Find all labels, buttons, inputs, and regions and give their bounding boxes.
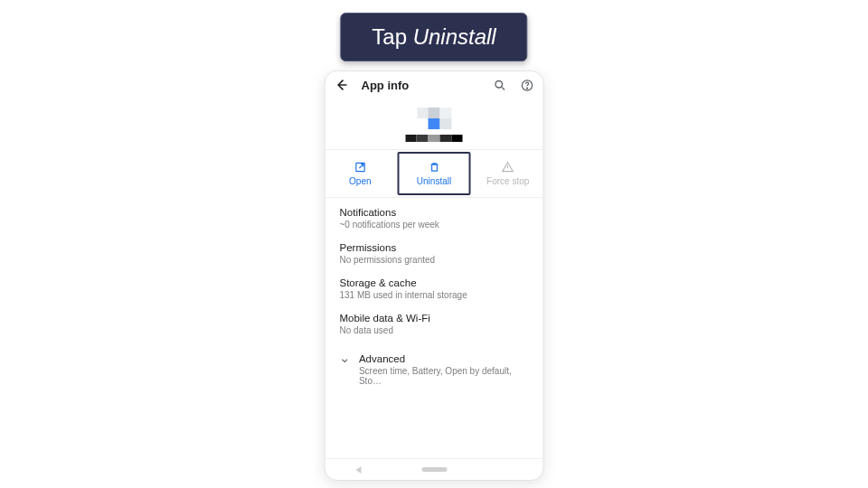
- search-icon[interactable]: [493, 78, 507, 92]
- android-nav-bar: [326, 458, 543, 480]
- app-icon: [417, 108, 451, 129]
- nav-back-icon[interactable]: [355, 466, 361, 474]
- svg-point-2: [526, 88, 527, 89]
- storage-title: Storage & cache: [340, 277, 529, 288]
- instruction-banner: Tap Uninstall: [340, 13, 527, 61]
- advanced-title: Advanced: [359, 353, 529, 364]
- data-title: Mobile data & Wi-Fi: [340, 313, 529, 324]
- setting-storage[interactable]: Storage & cache 131 MB used in internal …: [340, 277, 529, 300]
- data-sub: No data used: [340, 325, 529, 335]
- force-stop-label: Force stop: [486, 176, 529, 186]
- setting-advanced[interactable]: Advanced Screen time, Battery, Open by d…: [340, 348, 529, 386]
- actions-row: Open Uninstall Force stop: [326, 149, 543, 198]
- page-title: App info: [362, 79, 410, 92]
- settings-list: Notifications ~0 notifications per week …: [326, 198, 543, 386]
- storage-sub: 131 MB used in internal storage: [340, 290, 529, 300]
- instruction-target: Uninstall: [413, 24, 496, 49]
- app-header: [326, 99, 543, 149]
- setting-notifications[interactable]: Notifications ~0 notifications per week: [340, 207, 529, 230]
- svg-point-0: [495, 80, 503, 88]
- uninstall-label: Uninstall: [417, 176, 451, 186]
- setting-data[interactable]: Mobile data & Wi-Fi No data used: [340, 313, 529, 335]
- setting-permissions[interactable]: Permissions No permissions granted: [340, 242, 529, 265]
- force-stop-button: Force stop: [473, 150, 543, 197]
- advanced-sub: Screen time, Battery, Open by default, S…: [359, 366, 529, 386]
- back-arrow-icon[interactable]: [335, 78, 349, 92]
- app-name-redacted: [405, 135, 463, 142]
- uninstall-button[interactable]: Uninstall: [397, 152, 471, 195]
- permissions-title: Permissions: [340, 242, 529, 253]
- help-icon[interactable]: [520, 78, 534, 92]
- notifications-title: Notifications: [340, 207, 529, 218]
- permissions-sub: No permissions granted: [340, 255, 529, 265]
- phone-frame: App info Open Uninstall Force stop: [325, 70, 544, 481]
- open-label: Open: [349, 176, 371, 186]
- chevron-down-icon: [340, 355, 350, 366]
- instruction-prefix: Tap: [372, 24, 412, 49]
- open-button[interactable]: Open: [326, 150, 396, 197]
- app-topbar: App info: [326, 71, 543, 99]
- nav-home-pill[interactable]: [421, 467, 447, 472]
- notifications-sub: ~0 notifications per week: [340, 220, 529, 230]
